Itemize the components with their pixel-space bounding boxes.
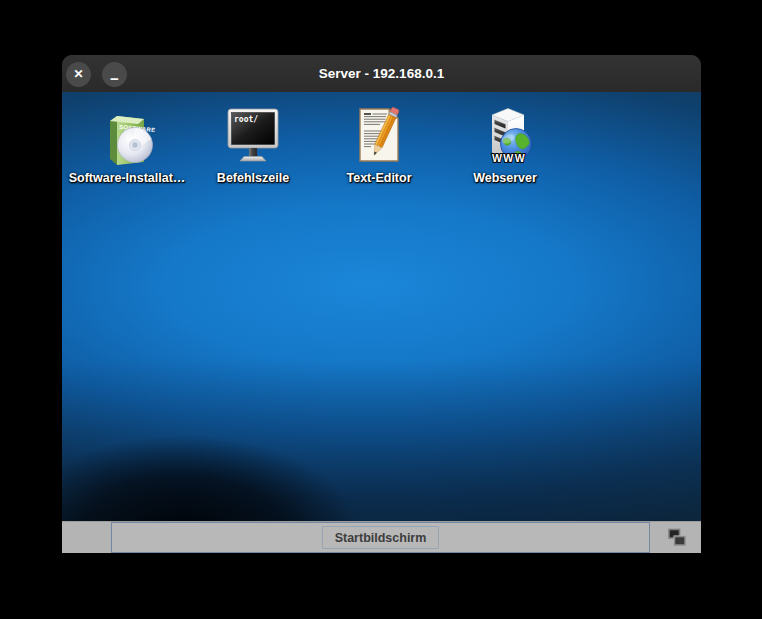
desktop-icon-terminal[interactable]: root/ Befehlszeile (190, 104, 316, 185)
close-icon: ✕ (66, 62, 91, 87)
svg-text:WWW: WWW (492, 152, 526, 164)
minimize-button[interactable]: − (102, 62, 127, 87)
text-editor-icon (347, 104, 411, 168)
window-title: Server - 192.168.0.1 (62, 55, 701, 92)
icon-label: Text-Editor (346, 171, 411, 185)
taskbar-window-button[interactable]: Startbildschirm (111, 522, 650, 553)
vnc-window: ✕ − Server - 192.168.0.1 (62, 55, 701, 553)
terminal-icon: root/ (221, 104, 285, 168)
remote-desktop[interactable]: SOFTWARE Software-Installat… (62, 92, 701, 521)
icon-label: Befehlszeile (217, 171, 289, 185)
taskbar-panel: Startbildschirm (62, 521, 701, 553)
desktop-icon-webserver[interactable]: WWW Webserver (442, 104, 568, 185)
icon-label: Software-Installat… (69, 171, 186, 185)
desktop-icons-row: SOFTWARE Software-Installat… (64, 104, 568, 185)
desktop-icon-text-editor[interactable]: Text-Editor (316, 104, 442, 185)
webserver-icon: WWW (473, 104, 537, 168)
workspace-pager-icon[interactable] (664, 527, 688, 549)
svg-text:root/: root/ (234, 115, 258, 124)
titlebar: ✕ − Server - 192.168.0.1 (62, 55, 701, 92)
taskbar-window-label: Startbildschirm (335, 531, 427, 545)
icon-label: Webserver (473, 171, 537, 185)
close-button[interactable]: ✕ (66, 62, 91, 87)
software-installer-icon: SOFTWARE (95, 104, 159, 168)
panel-spacer (62, 522, 111, 553)
minimize-icon: − (102, 66, 127, 91)
pager-area (650, 522, 701, 553)
desktop-icon-software-installer[interactable]: SOFTWARE Software-Installat… (64, 104, 190, 185)
taskbar-button-focus-box: Startbildschirm (322, 526, 440, 549)
